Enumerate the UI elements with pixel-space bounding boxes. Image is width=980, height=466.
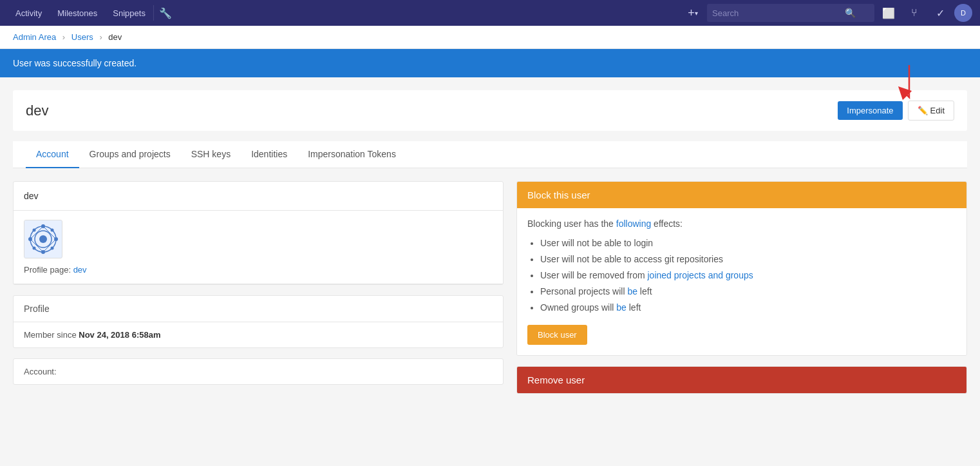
user-avatar[interactable]: D bbox=[954, 4, 972, 22]
main-content: dev Impersonate ✏️ Edit Account Groups a… bbox=[0, 77, 980, 168]
page-body: dev bbox=[0, 168, 980, 407]
user-avatar-image bbox=[24, 220, 62, 258]
left-panel: dev bbox=[13, 181, 504, 385]
account-card-body: Account: bbox=[14, 359, 503, 384]
nav-milestones[interactable]: Milestones bbox=[50, 0, 105, 26]
tab-identities[interactable]: Identities bbox=[241, 141, 297, 168]
breadcrumb-sep-1: › bbox=[62, 32, 65, 42]
list-item: User will not be able to login bbox=[540, 237, 956, 250]
remove-user-card: Remove user bbox=[516, 366, 967, 394]
svg-point-3 bbox=[39, 235, 47, 243]
search-bar: 🔍 bbox=[707, 4, 874, 22]
svg-point-10 bbox=[33, 247, 36, 250]
block-user-card: Block this user Blocking user has the fo… bbox=[516, 181, 967, 356]
svg-point-9 bbox=[51, 229, 54, 232]
tab-impersonation-tokens[interactable]: Impersonation Tokens bbox=[297, 141, 406, 168]
profile-card-body: Member since Nov 24, 2018 6:58am bbox=[14, 322, 503, 347]
list-item: Personal projects will be left bbox=[540, 285, 956, 298]
card-username-section: dev bbox=[14, 182, 503, 211]
edit-button[interactable]: ✏️ Edit bbox=[908, 101, 954, 121]
tab-account[interactable]: Account bbox=[26, 141, 79, 168]
impersonate-button[interactable]: Impersonate bbox=[838, 101, 902, 120]
block-intro: Blocking user has the following effects: bbox=[527, 218, 956, 229]
account-card: Account: bbox=[13, 358, 504, 385]
profile-page-text: Profile page: dev bbox=[24, 265, 87, 275]
svg-point-11 bbox=[51, 247, 54, 250]
account-label: Account: bbox=[24, 367, 57, 376]
profile-card: Profile Member since Nov 24, 2018 6:58am bbox=[13, 295, 504, 348]
breadcrumb-users[interactable]: Users bbox=[71, 32, 93, 42]
avatar-pattern-icon bbox=[24, 220, 62, 258]
card-username: dev bbox=[24, 191, 39, 201]
block-card-header: Block this user bbox=[517, 182, 966, 208]
block-highlight: following bbox=[616, 218, 651, 229]
edit-icon: ✏️ bbox=[918, 106, 928, 115]
list-item: User will be removed from joined project… bbox=[540, 269, 956, 282]
plus-icon[interactable]: +▾ bbox=[681, 1, 704, 24]
nav-snippets[interactable]: Snippets bbox=[105, 0, 153, 26]
list-item: User will not be able to access git repo… bbox=[540, 253, 956, 266]
flash-message: User was successfully created. bbox=[0, 49, 980, 77]
card-avatar-section: Profile page: dev bbox=[14, 211, 503, 284]
right-panel: Block this user Blocking user has the fo… bbox=[516, 181, 967, 394]
merge-request-icon[interactable]: ⑂ bbox=[903, 1, 926, 24]
user-info-card: dev bbox=[13, 181, 504, 285]
breadcrumb-current: dev bbox=[108, 32, 122, 42]
breadcrumb-sep-2: › bbox=[99, 32, 102, 42]
topnav: Activity Milestones Snippets 🔧 +▾ 🔍 ⬜ ⑂ … bbox=[0, 0, 980, 26]
member-since-label: Member since bbox=[24, 330, 77, 340]
block-card-body: Blocking user has the following effects:… bbox=[517, 208, 966, 355]
user-name: dev bbox=[26, 102, 48, 119]
tabs-bar: Account Groups and projects SSH keys Ide… bbox=[13, 141, 967, 168]
wrench-icon[interactable]: 🔧 bbox=[154, 1, 177, 24]
breadcrumb-admin[interactable]: Admin Area bbox=[13, 32, 56, 42]
member-since-value: Nov 24, 2018 6:58am bbox=[79, 330, 160, 340]
profile-page-link[interactable]: dev bbox=[73, 265, 87, 275]
block-user-button[interactable]: Block user bbox=[527, 325, 587, 345]
user-header: dev Impersonate ✏️ Edit bbox=[13, 90, 967, 131]
todo-icon[interactable]: ✓ bbox=[928, 1, 952, 24]
tab-ssh-keys[interactable]: SSH keys bbox=[181, 141, 241, 168]
user-header-actions: Impersonate ✏️ Edit bbox=[838, 101, 954, 121]
tab-groups-projects[interactable]: Groups and projects bbox=[79, 141, 181, 168]
svg-point-8 bbox=[33, 229, 36, 232]
screen-icon[interactable]: ⬜ bbox=[877, 1, 900, 24]
block-effects-list: User will not be able to login User will… bbox=[527, 237, 956, 315]
nav-activity[interactable]: Activity bbox=[8, 0, 50, 26]
list-item: Owned groups will be left bbox=[540, 301, 956, 315]
remove-card-header: Remove user bbox=[517, 367, 966, 393]
search-input[interactable] bbox=[712, 8, 841, 18]
breadcrumb: Admin Area › Users › dev bbox=[0, 26, 980, 49]
search-icon: 🔍 bbox=[845, 8, 856, 18]
profile-card-header: Profile bbox=[14, 296, 503, 322]
